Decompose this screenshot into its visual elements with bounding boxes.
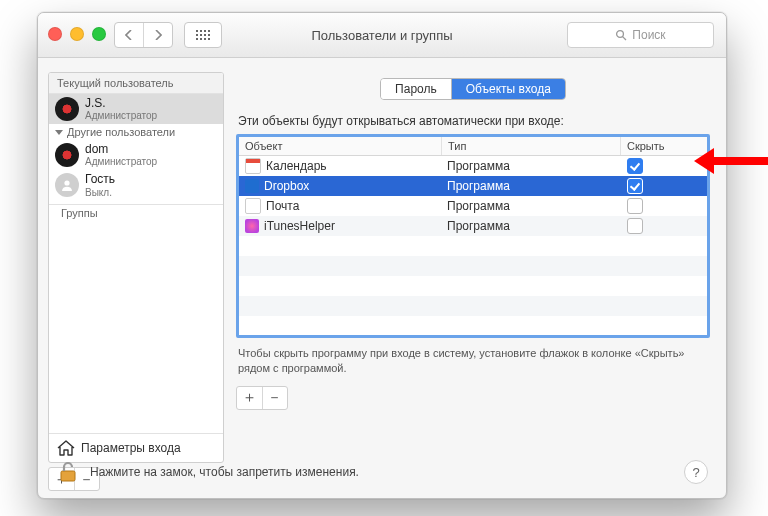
item-add-remove: ＋ －	[236, 386, 288, 410]
table-row[interactable]: iTunesHelperПрограмма	[239, 216, 707, 236]
zoom-icon[interactable]	[92, 27, 106, 41]
titlebar: Пользователи и группы Поиск	[38, 13, 726, 58]
user-name: Гость	[85, 173, 115, 186]
sidebar: Текущий пользователь J.S. Администратор …	[38, 58, 232, 499]
hide-checkbox[interactable]	[627, 178, 643, 194]
search-placeholder: Поиск	[632, 28, 665, 42]
table-row-empty	[239, 296, 707, 316]
back-button[interactable]	[115, 23, 143, 47]
item-name: Почта	[266, 199, 299, 213]
table-row-empty	[239, 316, 707, 336]
show-all-button[interactable]	[184, 22, 222, 48]
item-name: Календарь	[266, 159, 327, 173]
svg-point-0	[617, 31, 624, 38]
table-row[interactable]: ПочтаПрограмма	[239, 196, 707, 216]
user-role: Выкл.	[85, 187, 115, 198]
avatar	[55, 97, 79, 121]
app-icon	[245, 179, 259, 193]
remove-item-button[interactable]: －	[262, 387, 288, 409]
user-role: Администратор	[85, 110, 157, 121]
login-options-button[interactable]: Параметры входа	[49, 433, 223, 462]
help-button[interactable]: ?	[684, 460, 708, 484]
nav-segment	[114, 22, 173, 48]
current-user-header: Текущий пользователь	[49, 73, 223, 94]
col-type[interactable]: Тип	[441, 137, 620, 155]
user-list: Текущий пользователь J.S. Администратор …	[48, 72, 224, 463]
svg-rect-3	[61, 471, 75, 481]
app-icon	[245, 219, 259, 233]
avatar	[55, 143, 79, 167]
sidebar-user-current[interactable]: J.S. Администратор	[49, 94, 223, 124]
table-row[interactable]: КалендарьПрограмма	[239, 156, 707, 176]
table-row[interactable]: DropboxПрограмма	[239, 176, 707, 196]
lock-text: Нажмите на замок, чтобы запретить измене…	[90, 465, 359, 479]
chevron-down-icon	[55, 130, 63, 135]
login-items-caption: Эти объекты будут открываться автоматиче…	[238, 114, 708, 128]
sidebar-user-guest[interactable]: Гость Выкл.	[49, 170, 223, 200]
avatar	[55, 173, 79, 197]
preferences-window: Пользователи и группы Поиск Текущий поль…	[37, 12, 727, 499]
item-type: Программа	[447, 179, 510, 193]
item-type: Программа	[447, 159, 510, 173]
item-name: Dropbox	[264, 179, 309, 193]
tab-login-items[interactable]: Объекты входа	[451, 79, 565, 99]
hide-checkbox[interactable]	[627, 158, 643, 174]
item-type: Программа	[447, 199, 510, 213]
window-controls	[48, 27, 106, 41]
other-users-header[interactable]: Другие пользователи	[49, 124, 223, 140]
tab-password[interactable]: Пароль	[381, 79, 451, 99]
col-object[interactable]: Объект	[239, 137, 441, 155]
app-icon	[245, 158, 261, 174]
login-items-table: Объект Тип Скрыть КалендарьПрограммаDrop…	[236, 134, 710, 338]
hide-hint: Чтобы скрыть программу при входе в систе…	[238, 346, 708, 376]
add-item-button[interactable]: ＋	[237, 387, 262, 409]
user-name: J.S.	[85, 97, 157, 110]
svg-point-2	[64, 181, 69, 186]
close-icon[interactable]	[48, 27, 62, 41]
forward-button[interactable]	[143, 23, 172, 47]
item-name: iTunesHelper	[264, 219, 335, 233]
table-header: Объект Тип Скрыть	[239, 137, 707, 156]
search-icon	[615, 29, 627, 41]
lock-icon[interactable]	[56, 460, 80, 484]
grid-icon	[196, 30, 210, 40]
minimize-icon[interactable]	[70, 27, 84, 41]
groups-header[interactable]: Группы	[49, 204, 223, 221]
user-name: dom	[85, 143, 157, 156]
house-icon	[57, 440, 75, 456]
table-row-empty	[239, 276, 707, 296]
search-input[interactable]: Поиск	[567, 22, 714, 48]
hide-checkbox[interactable]	[627, 218, 643, 234]
item-type: Программа	[447, 219, 510, 233]
table-row-empty	[239, 256, 707, 276]
table-row-empty	[239, 236, 707, 256]
login-options-label: Параметры входа	[81, 441, 181, 455]
user-role: Администратор	[85, 156, 157, 167]
table-body: КалендарьПрограммаDropboxПрограммаПочтаП…	[239, 156, 707, 336]
main-panel: Пароль Объекты входа Эти объекты будут о…	[232, 58, 726, 499]
hide-checkbox[interactable]	[627, 198, 643, 214]
svg-line-1	[623, 37, 626, 40]
window-title: Пользователи и группы	[311, 28, 452, 43]
footer: Нажмите на замок, чтобы запретить измене…	[56, 460, 708, 484]
app-icon	[245, 198, 261, 214]
sidebar-user-dom[interactable]: dom Администратор	[49, 140, 223, 170]
tab-group: Пароль Объекты входа	[380, 78, 566, 100]
